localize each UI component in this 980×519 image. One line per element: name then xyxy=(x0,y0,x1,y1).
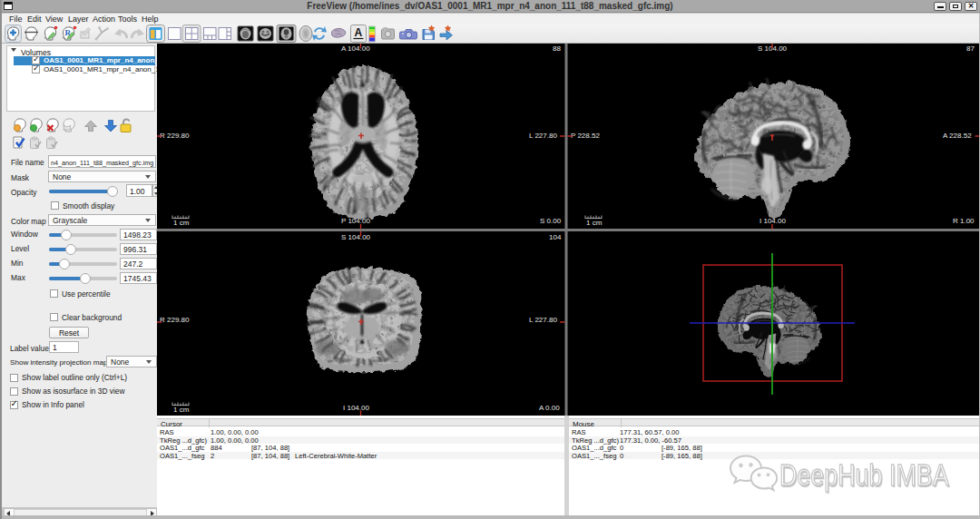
svg-text:A: A xyxy=(355,26,363,39)
